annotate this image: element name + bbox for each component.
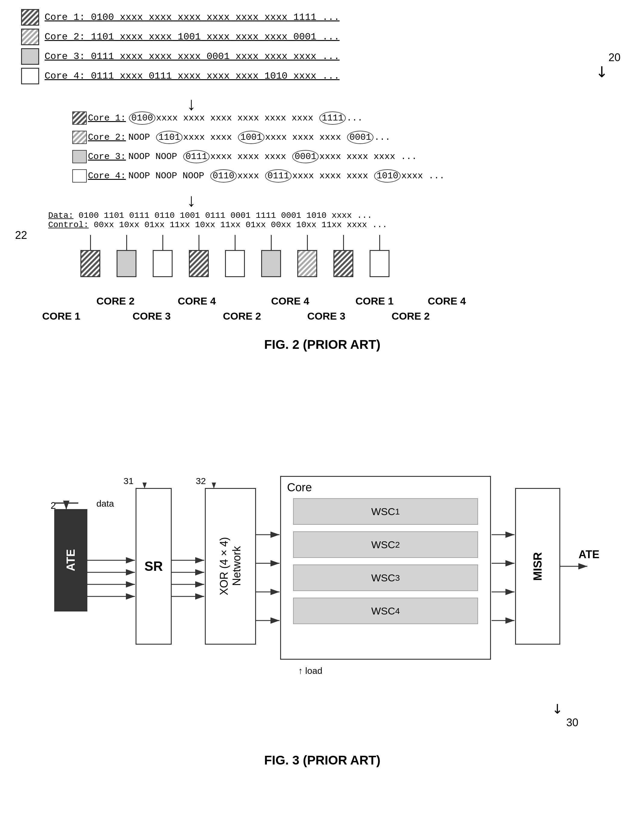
block-col-4	[181, 235, 217, 277]
legend-box-core1	[21, 9, 39, 26]
legend-box-core4	[21, 68, 39, 84]
block-9	[369, 250, 389, 277]
block-stem-4	[198, 235, 199, 250]
fig3-section: 2 ATE data SR XOR (4×4)Network Core WSC1…	[12, 416, 633, 768]
legend-item-core3: Core 3: 0111 xxxx xxxx xxxx 0001 xxxx xx…	[21, 48, 340, 65]
sr-box: SR	[135, 488, 172, 645]
load-arrow: ↑	[298, 666, 305, 676]
circled-1101: 1101	[156, 131, 182, 144]
xor-label: XOR (4×4)Network	[218, 537, 243, 595]
circled-1010: 1010	[374, 169, 401, 182]
circled-1111: 1111	[319, 112, 346, 125]
core-outer-box: Core WSC1 WSC2 WSC3 WSC4	[280, 476, 491, 660]
control-label: Control:	[48, 220, 89, 229]
mid-box-core3	[72, 150, 87, 163]
mid-line-core4: Core 4: NOOP NOOP NOOP 0110xxxx 0111xxxx…	[72, 166, 445, 185]
ate-right-label: ATE	[579, 548, 599, 561]
sr-label: SR	[144, 559, 163, 574]
core-label-4c: CORE 4	[428, 295, 466, 307]
control-line: Control: 00xx 10xx 01xx 11xx 10xx 11xx 0…	[48, 220, 387, 229]
block-stem-3	[163, 235, 163, 250]
core-label-2c: CORE 2	[392, 310, 430, 322]
legend: Core 1: 0100 xxxx xxxx xxxx xxxx xxxx xx…	[21, 9, 340, 84]
block-stem-2	[126, 235, 127, 250]
core-label-1b: CORE 1	[355, 295, 394, 307]
block-2	[117, 250, 137, 277]
fig2-caption: FIG. 2 (PRIOR ART)	[12, 337, 633, 352]
legend-item-core4: Core 4: 0111 xxxx 0111 xxxx xxxx xxxx 10…	[21, 68, 340, 84]
mid-line-core1: Core 1: 0100xxxx xxxx xxxx xxxx xxxx xxx…	[72, 109, 445, 128]
block-1	[80, 250, 100, 277]
legend-text-core3: Core 3: 0111 xxxx xxxx xxxx 0001 xxxx xx…	[45, 51, 340, 62]
mid-data-core1: 0100xxxx xxxx xxxx xxxx xxxx xxxx 1111..…	[128, 112, 363, 125]
mid-core-lines: Core 1: 0100xxxx xxxx xxxx xxxx xxxx xxx…	[72, 109, 445, 185]
ref-number-20: 20	[608, 51, 621, 64]
blocks-row	[72, 235, 398, 277]
circled-0111a: 0111	[183, 150, 210, 163]
data-label: data	[96, 499, 114, 509]
fig3-caption: FIG. 3 (PRIOR ART)	[12, 753, 633, 768]
core-label-3b: CORE 3	[307, 310, 345, 322]
ref-31: 31	[124, 476, 133, 486]
data-line: Data: 0100 1101 0111 0110 1001 0111 0001…	[48, 211, 387, 220]
mid-box-core1	[72, 112, 87, 125]
wsc-4: WSC4	[293, 598, 478, 624]
block-4	[189, 250, 209, 277]
block-col-8	[325, 235, 361, 277]
block-stem-1	[90, 235, 91, 250]
block-3	[153, 250, 172, 277]
block-7	[297, 250, 317, 277]
block-col-2	[109, 235, 145, 277]
block-6	[261, 250, 281, 277]
ref-arrow-20: ↗	[592, 62, 613, 83]
circled-0110: 0110	[210, 169, 237, 182]
core-label-4a: CORE 4	[178, 295, 216, 307]
ref-30-arrow: ↗	[548, 700, 567, 718]
circled-0001b: 0001	[292, 150, 319, 163]
ref-number-22: 22	[15, 229, 27, 242]
core-box-title: Core	[281, 477, 490, 495]
legend-text-core2: Core 2: 1101 xxxx xxxx 1001 xxxx xxxx xx…	[45, 31, 340, 42]
core-label-1: CORE 1	[42, 310, 80, 322]
mid-tag-core1: Core 1:	[88, 113, 126, 123]
legend-text-core4: Core 4: 0111 xxxx 0111 xxxx xxxx xxxx 10…	[45, 70, 340, 82]
ref-30: 30	[566, 716, 578, 729]
mid-data-core4: NOOP NOOP NOOP 0110xxxx 0111xxxx xxxx xx…	[128, 169, 445, 182]
control-values: 00xx 10xx 01xx 11xx 10xx 11xx 01xx 00xx …	[94, 220, 387, 229]
block-col-6	[253, 235, 289, 277]
block-stem-6	[271, 235, 272, 250]
block-stem-5	[235, 235, 236, 250]
block-col-3	[145, 235, 181, 277]
ate-left-group: ATE	[54, 509, 87, 611]
mid-box-core2	[72, 131, 87, 144]
ate-left-label: ATE	[65, 549, 77, 571]
circled-0100: 0100	[129, 112, 155, 125]
xor-box: XOR (4×4)Network	[205, 488, 256, 645]
mid-tag-core4: Core 4:	[88, 171, 126, 181]
wsc-3: WSC3	[293, 564, 478, 591]
block-5	[225, 250, 245, 277]
fig3-diagram: 2 ATE data SR XOR (4×4)Network Core WSC1…	[36, 416, 608, 747]
ref-32: 32	[196, 476, 206, 486]
mid-box-core4	[72, 169, 87, 182]
wsc-1: WSC1	[293, 498, 478, 525]
misr-label: MISR	[531, 552, 544, 581]
circled-1001: 1001	[238, 131, 265, 144]
core-label-2b: CORE 2	[223, 310, 261, 322]
block-col-7	[289, 235, 325, 277]
block-col-5	[217, 235, 253, 277]
data-control-section: Data: 0100 1101 0111 0110 1001 0111 0001…	[48, 211, 387, 229]
block-stem-9	[379, 235, 380, 250]
misr-box: MISR	[515, 488, 560, 645]
circled-0001a: 0001	[347, 131, 374, 144]
mid-data-core3: NOOP NOOP 0111xxxx xxxx xxxx 0001xxxx xx…	[128, 150, 417, 163]
legend-text-core1: Core 1: 0100 xxxx xxxx xxxx xxxx xxxx xx…	[45, 12, 340, 23]
block-col-1	[72, 235, 109, 277]
mid-data-core2: NOOP 1101xxxx xxxx 1001xxxx xxxx xxxx 00…	[128, 131, 390, 144]
legend-item-core2: Core 2: 1101 xxxx xxxx 1001 xxxx xxxx xx…	[21, 29, 340, 45]
wsc-2: WSC2	[293, 531, 478, 558]
mid-line-core3: Core 3: NOOP NOOP 0111xxxx xxxx xxxx 000…	[72, 147, 445, 166]
arrow-down-2: ↓	[187, 190, 196, 211]
mid-line-core2: Core 2: NOOP 1101xxxx xxxx 1001xxxx xxxx…	[72, 128, 445, 147]
core-label-2: CORE 2	[96, 295, 135, 307]
